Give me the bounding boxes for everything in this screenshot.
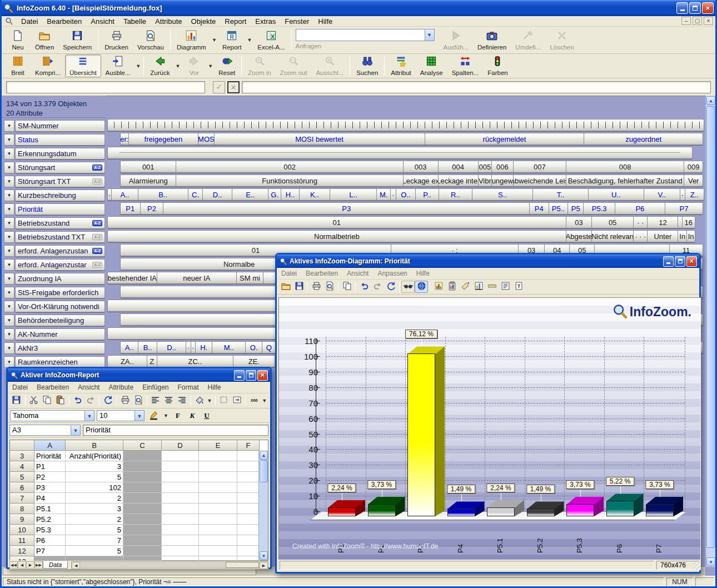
data-segment[interactable]: Ver (684, 175, 703, 186)
data-segment[interactable]: 03 (566, 217, 591, 228)
cell[interactable] (199, 535, 237, 546)
scroll-right-icon[interactable]: ▶ (260, 562, 268, 569)
cell[interactable] (237, 493, 260, 504)
cell[interactable] (162, 472, 199, 482)
toolbar-button[interactable] (485, 281, 499, 293)
row-header[interactable]: 6 (10, 482, 34, 493)
cell[interactable]: 102 (66, 482, 123, 493)
cell[interactable]: 2 (66, 514, 123, 525)
toolbar-button[interactable] (27, 395, 41, 407)
data-segment[interactable]: abweichende Leis (513, 175, 566, 186)
toolbar-button[interactable] (459, 281, 472, 293)
cell[interactable] (123, 482, 162, 493)
chevron-down-icon[interactable]: ▼ (425, 29, 434, 41)
row-header[interactable]: 4 (10, 461, 34, 472)
scroll-down-icon[interactable]: ▼ (706, 557, 715, 566)
cell[interactable] (199, 472, 237, 482)
view-toolbar-button[interactable]: Zoom in (243, 54, 276, 77)
tab-first-icon[interactable]: ◀◀ (9, 561, 18, 569)
mdi-restore-icon[interactable]: ▢ (693, 17, 702, 25)
value-edit-input-2[interactable] (242, 81, 711, 93)
attribute-dropdown[interactable]: ▼ (4, 231, 14, 243)
cell[interactable] (162, 514, 199, 525)
toolbar-button[interactable]: Excel-A... (253, 28, 289, 52)
menu-item[interactable]: Datei (17, 16, 42, 27)
vertical-scrollbar[interactable]: ▲ ▼ (705, 96, 715, 567)
data-segment[interactable]: 008 (566, 161, 684, 172)
cell[interactable]: 3 (66, 461, 123, 472)
data-segment[interactable] (678, 217, 681, 228)
attribute-button[interactable]: Kurzbeschreibung (15, 190, 105, 201)
data-segment[interactable]: bestehender IA (108, 272, 157, 283)
cell[interactable] (162, 451, 199, 461)
scroll-up-icon[interactable]: ▲ (706, 96, 715, 105)
attribute-dropdown[interactable]: ▼ (4, 301, 14, 312)
toolbar-button[interactable]: Vorschau (133, 28, 168, 52)
data-segment[interactable]: G. (268, 189, 281, 200)
data-segment[interactable]: 002 (176, 161, 402, 172)
attribute-button[interactable]: Vor-Ort-Klärung notwendi (15, 301, 105, 312)
cell[interactable] (237, 525, 260, 535)
column-header[interactable]: A (34, 440, 66, 451)
data-segment[interactable]: ZA.. (108, 356, 147, 367)
cell[interactable] (123, 535, 162, 546)
data-segment[interactable]: In (678, 231, 686, 242)
data-segment[interactable]: U.. (588, 189, 644, 200)
attribute-dropdown[interactable]: ▼ (4, 217, 14, 229)
row-header[interactable]: 11 (10, 535, 34, 546)
cell[interactable] (123, 493, 162, 504)
column-header[interactable]: F (237, 440, 260, 451)
toolbar-button[interactable] (279, 281, 292, 293)
attribute-dropdown[interactable]: ▼ (4, 356, 14, 368)
data-segment[interactable]: R.. (439, 189, 472, 200)
chevron-down-icon[interactable]: ▼ (261, 398, 268, 403)
column-header[interactable]: D (162, 440, 199, 451)
data-segment[interactable]: Normalbetrieb (108, 231, 566, 242)
toolbar-button[interactable] (512, 281, 525, 293)
toolbar-button[interactable]: Neu (5, 28, 31, 52)
data-segment[interactable]: T.. (532, 189, 588, 200)
cell[interactable] (162, 535, 199, 546)
column-header[interactable]: C (123, 440, 162, 451)
view-toolbar-button[interactable]: Analyse (416, 54, 447, 77)
minimize-button[interactable] (663, 256, 674, 267)
formula-input[interactable] (83, 425, 268, 436)
data-row-sm-nummer[interactable] (107, 119, 704, 131)
attribute-button[interactable]: Störungsart TXT A-Z (15, 176, 105, 187)
view-toolbar-button[interactable]: Zurück (146, 54, 174, 77)
tab-last-icon[interactable]: ▶▶ (34, 561, 43, 569)
cell[interactable] (123, 514, 162, 525)
data-segment[interactable]: D.. (157, 342, 186, 353)
data-segment[interactable]: D.. (202, 189, 232, 200)
data-segment[interactable]: P7 (665, 203, 703, 214)
scroll-left-icon[interactable]: ◀ (72, 562, 80, 569)
column-header[interactable]: E (199, 440, 237, 451)
data-segment[interactable]: Funktionsstörung (176, 175, 402, 186)
toolbar-button[interactable] (149, 395, 162, 407)
menu-item[interactable]: Attribute (104, 382, 138, 392)
attribute-button[interactable]: AK-Nummer (15, 328, 105, 340)
menu-item[interactable]: Fenster (280, 16, 313, 27)
row-header[interactable]: 7 (10, 493, 34, 504)
data-segment[interactable]: SM mi (236, 272, 263, 283)
chevron-down-icon[interactable]: ▼ (135, 411, 144, 421)
chevron-down-icon[interactable]: ▼ (162, 413, 170, 418)
data-segment[interactable]: E.. (232, 189, 268, 200)
attribute-button[interactable]: Erkennungsdatum (15, 148, 105, 160)
attribute-button[interactable]: Störungsart A-Z (15, 162, 105, 173)
attribute-dropdown[interactable]: ▼ (4, 342, 14, 354)
toolbar-button[interactable] (371, 281, 384, 293)
data-segment[interactable]: 16 (682, 217, 695, 228)
data-segment[interactable]: 006 (491, 161, 513, 172)
attribute-button[interactable]: AkNr3 (15, 342, 105, 354)
menu-item[interactable]: Attribute (151, 16, 186, 27)
attribute-dropdown[interactable]: ▼ (4, 287, 14, 298)
menu-item[interactable]: Hilfe (313, 16, 337, 27)
select-all-corner[interactable] (10, 440, 34, 451)
menu-item[interactable]: Hilfe (412, 268, 434, 278)
query-toolbar-button[interactable]: Umdefi... (511, 28, 545, 52)
cell[interactable]: P1 (34, 461, 66, 472)
view-toolbar-button[interactable]: Übersicht (65, 54, 101, 77)
data-segment[interactable]: zugeordnet (584, 133, 703, 144)
data-segment[interactable]: 007 (513, 161, 566, 172)
